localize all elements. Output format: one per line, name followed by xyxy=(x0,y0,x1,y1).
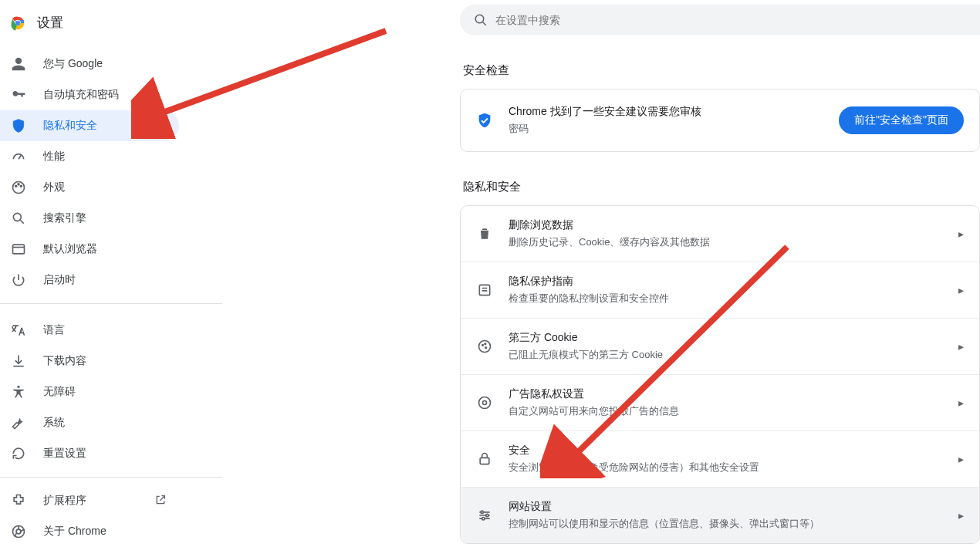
sidebar-item-label: 重置设置 xyxy=(43,447,86,461)
sidebar-item-label: 您与 Google xyxy=(43,57,103,71)
sidebar-item-label: 外观 xyxy=(43,181,65,194)
chrome-outline-icon xyxy=(11,524,26,539)
svg-point-10 xyxy=(17,386,19,388)
page-title: 设置 xyxy=(37,14,63,32)
download-icon xyxy=(11,353,26,369)
svg-point-18 xyxy=(479,397,491,409)
svg-point-5 xyxy=(15,185,17,187)
shield-icon xyxy=(11,118,26,133)
wrench-icon xyxy=(11,415,26,431)
svg-point-22 xyxy=(486,514,488,516)
sidebar-item-search-engine[interactable]: 搜索引擎 xyxy=(0,203,179,234)
safety-check-body: Chrome 找到了一些安全建议需要您审核 密码 xyxy=(509,105,823,136)
sidebar-item-performance[interactable]: 性能 xyxy=(0,141,179,172)
sidebar-item-label: 关于 Chrome xyxy=(43,525,106,539)
row-title: 隐私保护指南 xyxy=(509,275,943,289)
sidebar-item-on-startup[interactable]: 启动时 xyxy=(0,265,179,295)
svg-point-21 xyxy=(481,511,483,513)
row-sub: 安全浏览（保护您免受危险网站的侵害）和其他安全设置 xyxy=(509,461,943,474)
divider xyxy=(0,477,222,478)
cookie-icon xyxy=(476,339,493,354)
search-input[interactable] xyxy=(495,14,966,26)
row-title: 网站设置 xyxy=(509,500,943,514)
shield-check-icon xyxy=(476,112,493,129)
row-sub: 自定义网站可用来向您投放广告的信息 xyxy=(509,404,943,418)
nav-group-primary: 您与 Google 自动填充和密码 隐私和安全 性能 外观 搜索引擎 默认浏览器 xyxy=(0,46,222,295)
sidebar-item-label: 扩展程序 xyxy=(43,494,86,508)
speedometer-icon xyxy=(11,149,26,164)
sidebar-item-autofill[interactable]: 自动填充和密码 xyxy=(0,79,179,110)
accessibility-icon xyxy=(11,384,26,400)
go-to-safety-check-button[interactable]: 前往"安全检查"页面 xyxy=(839,106,964,134)
guide-icon xyxy=(476,282,493,298)
chevron-right-icon: ▸ xyxy=(958,509,964,522)
sidebar-item-system[interactable]: 系统 xyxy=(0,407,179,438)
svg-point-3 xyxy=(15,21,19,25)
sidebar-item-about-chrome[interactable]: 关于 Chrome xyxy=(0,516,179,547)
svg-point-17 xyxy=(485,343,486,345)
row-title: 广告隐私权设置 xyxy=(509,387,943,401)
sidebar-item-reset[interactable]: 重置设置 xyxy=(0,438,179,469)
sidebar-item-privacy-security[interactable]: 隐私和安全 xyxy=(0,110,179,141)
key-icon xyxy=(11,87,26,103)
person-icon xyxy=(11,56,26,72)
privacy-card: 删除浏览数据 删除历史记录、Cookie、缓存内容及其他数据 ▸ 隐私保护指南 … xyxy=(460,205,980,544)
sidebar-item-label: 下载内容 xyxy=(43,354,86,368)
svg-point-16 xyxy=(485,347,487,349)
svg-point-15 xyxy=(482,345,484,346)
chevron-right-icon: ▸ xyxy=(958,453,964,465)
open-external-icon xyxy=(154,494,167,508)
main-content: 安全检查 Chrome 找到了一些安全建议需要您审核 密码 前往"安全检查"页面… xyxy=(460,0,980,544)
sidebar-item-label: 默认浏览器 xyxy=(43,242,97,256)
sidebar-item-label: 无障碍 xyxy=(43,385,76,399)
sidebar-item-languages[interactable]: 语言 xyxy=(0,315,179,346)
row-security[interactable]: 安全 安全浏览（保护您免受危险网站的侵害）和其他安全设置 ▸ xyxy=(461,431,979,487)
row-site-settings[interactable]: 网站设置 控制网站可以使用和显示的信息（位置信息、摄像头、弹出式窗口等） ▸ xyxy=(461,487,979,543)
row-clear-browsing-data[interactable]: 删除浏览数据 删除历史记录、Cookie、缓存内容及其他数据 ▸ xyxy=(461,206,979,262)
row-sub: 检查重要的隐私控制设置和安全控件 xyxy=(509,292,943,306)
search-icon xyxy=(474,13,488,27)
safety-check-title: Chrome 找到了一些安全建议需要您审核 xyxy=(509,105,823,119)
sidebar: 设置 您与 Google 自动填充和密码 隐私和安全 性能 外观 搜索引擎 xyxy=(0,0,222,547)
sidebar-item-you-and-google[interactable]: 您与 Google xyxy=(0,49,179,79)
row-title: 第三方 Cookie xyxy=(509,331,943,345)
chevron-right-icon: ▸ xyxy=(958,340,964,353)
sidebar-item-label: 搜索引擎 xyxy=(43,211,86,225)
lock-icon xyxy=(476,451,493,467)
palette-icon xyxy=(11,180,26,195)
chevron-right-icon: ▸ xyxy=(958,397,964,409)
sidebar-item-label: 隐私和安全 xyxy=(43,119,97,133)
reset-icon xyxy=(11,446,26,461)
settings-search[interactable] xyxy=(460,5,980,35)
power-icon xyxy=(11,272,26,288)
puzzle-icon xyxy=(11,493,26,508)
chevron-right-icon: ▸ xyxy=(958,284,964,296)
safety-check-row[interactable]: Chrome 找到了一些安全建议需要您审核 密码 前往"安全检查"页面 xyxy=(461,89,979,151)
svg-point-23 xyxy=(482,518,485,520)
sidebar-item-label: 语言 xyxy=(43,323,65,337)
safety-check-card: Chrome 找到了一些安全建议需要您审核 密码 前往"安全检查"页面 xyxy=(460,89,980,152)
row-third-party-cookies[interactable]: 第三方 Cookie 已阻止无痕模式下的第三方 Cookie ▸ xyxy=(461,318,979,374)
section-title-privacy: 隐私和安全 xyxy=(463,180,980,194)
sidebar-item-default-browser[interactable]: 默认浏览器 xyxy=(0,234,179,265)
svg-point-6 xyxy=(18,184,19,185)
sidebar-item-label: 性能 xyxy=(43,150,65,164)
svg-point-8 xyxy=(13,213,21,221)
svg-rect-9 xyxy=(13,245,25,254)
ad-icon xyxy=(476,395,493,410)
divider xyxy=(0,303,222,304)
svg-point-7 xyxy=(20,185,22,187)
sidebar-item-label: 自动填充和密码 xyxy=(43,88,119,102)
sidebar-item-accessibility[interactable]: 无障碍 xyxy=(0,376,179,407)
row-sub: 已阻止无痕模式下的第三方 Cookie xyxy=(509,348,943,362)
sidebar-item-downloads[interactable]: 下载内容 xyxy=(0,346,179,376)
svg-rect-20 xyxy=(480,458,489,464)
nav-group-secondary: 语言 下载内容 无障碍 系统 重置设置 xyxy=(0,312,222,469)
row-sub: 删除历史记录、Cookie、缓存内容及其他数据 xyxy=(509,235,943,249)
sidebar-header: 设置 xyxy=(0,8,222,46)
row-title: 删除浏览数据 xyxy=(509,218,943,232)
sidebar-item-extensions[interactable]: 扩展程序 xyxy=(0,485,179,516)
sidebar-item-appearance[interactable]: 外观 xyxy=(0,172,179,203)
row-ad-privacy[interactable]: 广告隐私权设置 自定义网站可用来向您投放广告的信息 ▸ xyxy=(461,374,979,431)
row-privacy-guide[interactable]: 隐私保护指南 检查重要的隐私控制设置和安全控件 ▸ xyxy=(461,262,979,318)
